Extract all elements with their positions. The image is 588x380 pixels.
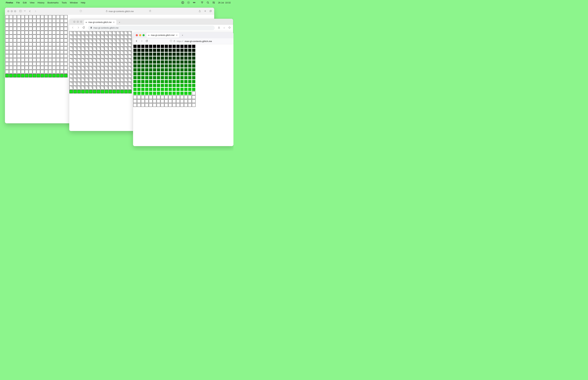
canvas-cell xyxy=(145,64,149,68)
canvas-cell xyxy=(69,70,73,74)
reload-icon[interactable] xyxy=(146,40,148,43)
zoom-icon[interactable] xyxy=(14,10,16,12)
canvas-cell xyxy=(192,60,195,64)
reload-icon[interactable] xyxy=(82,26,85,29)
safari-traffic-lights[interactable] xyxy=(5,10,16,12)
media-icon[interactable] xyxy=(187,1,190,4)
chevron-down-icon[interactable] xyxy=(24,10,26,13)
sidebar-icon[interactable] xyxy=(19,10,22,13)
canvas-cell xyxy=(64,19,68,23)
chrome-tab[interactable]: ∞ max-gl-contexts.glitch.me ✕ xyxy=(84,20,116,25)
close-icon[interactable] xyxy=(136,34,138,36)
spotlight-icon[interactable] xyxy=(207,1,209,4)
canvas-cell xyxy=(48,54,52,58)
back-icon[interactable] xyxy=(72,26,74,29)
canvas-cell xyxy=(120,55,124,58)
close-icon[interactable] xyxy=(7,10,9,12)
canvas-cell xyxy=(9,70,13,74)
canvas-cell xyxy=(109,74,112,78)
menubar-app-name[interactable]: Firefox xyxy=(6,1,13,4)
canvas-cell xyxy=(5,27,9,30)
new-tab-icon[interactable] xyxy=(204,10,206,13)
canvas-cell xyxy=(161,45,164,48)
shield-icon[interactable] xyxy=(170,40,172,43)
canvas-cell xyxy=(29,27,32,30)
minimize-icon[interactable] xyxy=(139,34,141,36)
battery-icon[interactable] xyxy=(193,1,198,4)
menubar-item-bookmarks[interactable]: Bookmarks xyxy=(47,1,58,4)
safari-address-bar[interactable]: max-gl-contexts.glitch.me xyxy=(84,9,155,13)
menubar-item-view[interactable]: View xyxy=(30,1,35,4)
extensions-icon[interactable] xyxy=(228,26,231,29)
new-tab-icon[interactable]: ＋ xyxy=(118,21,121,25)
menubar-item-window[interactable]: Window xyxy=(70,1,78,4)
back-icon[interactable] xyxy=(29,10,31,12)
close-icon[interactable]: ✕ xyxy=(113,21,115,23)
firefox-tab[interactable]: ∞ max-gl-contexts.glitch.me/ ✕ xyxy=(146,33,179,38)
canvas-cell xyxy=(21,19,24,23)
canvas-cell xyxy=(17,74,20,77)
canvas-cell xyxy=(5,54,9,58)
canvas-cell xyxy=(29,66,32,70)
canvas-cell xyxy=(109,82,112,86)
wifi-icon[interactable] xyxy=(201,1,204,4)
minimize-icon[interactable] xyxy=(77,21,79,23)
forward-icon[interactable] xyxy=(34,10,37,12)
zoom-icon[interactable] xyxy=(80,21,82,23)
menubar-item-edit[interactable]: Edit xyxy=(23,1,27,4)
menubar-item-history[interactable]: History xyxy=(38,1,44,4)
canvas-cell xyxy=(149,72,152,76)
canvas-cell xyxy=(169,64,172,68)
canvas-cell xyxy=(172,88,176,91)
canvas-cell xyxy=(37,38,40,42)
canvas-cell xyxy=(101,82,104,86)
control-center-icon[interactable] xyxy=(212,1,215,4)
menubar-item-tools[interactable]: Tools xyxy=(62,1,67,4)
close-icon[interactable] xyxy=(73,21,75,23)
chrome-traffic-lights[interactable] xyxy=(71,21,82,23)
canvas-cell xyxy=(172,60,176,64)
star-icon[interactable]: ☆ xyxy=(223,27,225,29)
canvas-cell xyxy=(113,82,116,86)
minimize-icon[interactable] xyxy=(11,10,13,12)
close-icon[interactable]: ✕ xyxy=(176,34,178,37)
forward-icon[interactable] xyxy=(141,40,143,43)
canvas-cell xyxy=(133,60,137,64)
canvas-cell xyxy=(169,72,172,76)
firefox-address-bar[interactable]: https://max-gl-contexts.glitch.me xyxy=(151,40,231,43)
back-icon[interactable] xyxy=(135,40,138,43)
canvas-cell xyxy=(17,19,20,23)
new-tab-icon[interactable]: ＋ xyxy=(181,34,184,37)
canvas-cell xyxy=(137,95,141,99)
canvas-cell xyxy=(161,52,164,56)
chrome-address-bar[interactable]: max-gl-contexts.glitch.me xyxy=(88,26,215,30)
share-icon[interactable] xyxy=(199,10,201,13)
reload-icon[interactable] xyxy=(149,10,151,13)
canvas-cell xyxy=(33,42,36,46)
canvas-cell xyxy=(105,90,108,93)
shield-icon[interactable] xyxy=(80,10,82,13)
grammarly-icon[interactable] xyxy=(181,1,184,4)
canvas-cell xyxy=(69,55,73,58)
canvas-cell xyxy=(93,82,96,86)
tabs-icon[interactable] xyxy=(209,10,212,13)
canvas-cell xyxy=(192,99,195,103)
canvas-cell xyxy=(153,84,156,87)
canvas-cell xyxy=(97,90,100,93)
canvas-cell xyxy=(97,31,100,35)
menubar-item-file[interactable]: File xyxy=(16,1,20,4)
menubar-clock[interactable]: 26 Jul 10:32 xyxy=(218,1,231,4)
canvas-cell xyxy=(40,70,44,74)
share-icon[interactable] xyxy=(218,26,220,29)
canvas-cell xyxy=(97,43,100,46)
canvas-cell xyxy=(56,35,60,38)
canvas-cell xyxy=(77,90,81,93)
canvas-cell xyxy=(176,48,180,52)
forward-icon[interactable] xyxy=(77,26,79,29)
canvas-cell xyxy=(9,62,13,66)
canvas-cell xyxy=(9,31,13,34)
zoom-icon[interactable] xyxy=(143,34,145,36)
firefox-traffic-lights[interactable] xyxy=(133,34,145,36)
canvas-cell xyxy=(85,58,89,62)
menubar-item-help[interactable]: Help xyxy=(81,1,85,4)
